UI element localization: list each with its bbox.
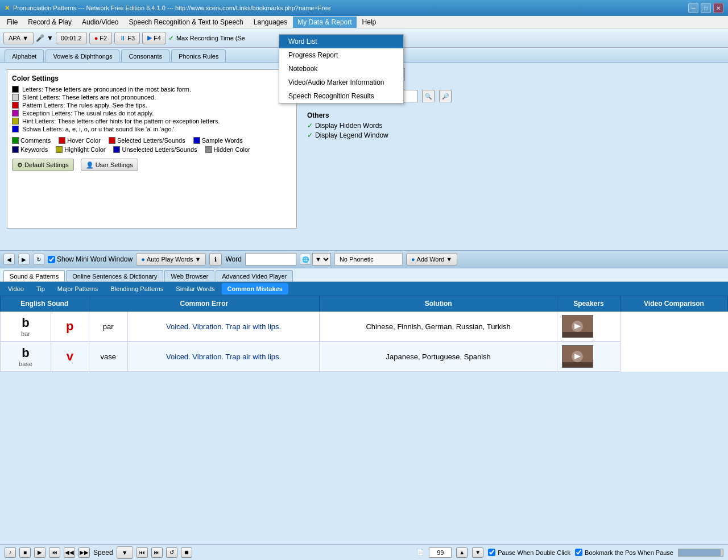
sound2-search-btn[interactable]: 🔍 [422,90,435,102]
tab-vowels[interactable]: Vowels & Diphthongs [46,49,119,62]
subtab-similar-words[interactable]: Similar Words [170,283,220,294]
empty-content-area [0,372,728,559]
nav-refresh-button[interactable]: ↻ [33,254,44,265]
row1-solution: Voiced. Vibration. Trap air with lips. [127,312,319,342]
add-word-dropdown-icon[interactable]: ▼ [446,256,452,263]
row2-video[interactable] [557,342,621,372]
volume-value: 99 [437,549,444,556]
speed-dropdown[interactable]: ▼ [117,546,133,559]
nav-forward-button[interactable]: ▶ [18,254,30,265]
user-settings-button[interactable]: 👤 User Settings [81,159,138,171]
schwa-color-box [12,126,19,132]
status-stop-btn[interactable]: ■ [19,547,31,558]
exception-text: Exception Letters: The usual rules do no… [22,110,154,117]
maximize-button[interactable]: □ [701,3,711,13]
tab-phonics-rules[interactable]: Phonics Rules [171,49,226,62]
auto-play-dropdown-icon[interactable]: ▼ [195,256,201,263]
word-label: Word [225,255,241,263]
menu-my-data-report[interactable]: My Data & Report [293,16,356,28]
legend-selected: Selected Letters/Sounds [117,137,185,144]
subtab-major-patterns[interactable]: Major Patterns [52,283,104,294]
auto-play-button[interactable]: ● Auto Play Words ▼ [136,253,206,266]
title-text: Pronunciation Patterns --- Network Free … [13,5,330,11]
volume-up-btn[interactable]: ▲ [456,547,468,558]
next-track-btn[interactable]: ⏭ [151,547,163,558]
dropdown-word-list[interactable]: Word List [279,35,403,48]
schwa-text: Schwa Letters: a, e, i, o, or u that sou… [22,126,175,132]
tab-online-sentences[interactable]: Online Sentences & Dictionary [66,270,163,281]
menu-help[interactable]: Help [358,16,381,28]
menu-speech-recognition[interactable]: Speech Recognition & Text to Speech [125,16,248,28]
dropdown-video-audio-marker[interactable]: Video/Audio Marker Information [279,76,403,89]
tab-advanced-video[interactable]: Advanced Video Player [216,270,293,281]
loop-btn[interactable]: ↺ [166,547,177,558]
apa-dropdown-icon[interactable]: ▼ [22,35,28,42]
color-settings-title: Color Settings [12,74,292,82]
legend-row: Comments Hover Color Selected Letters/So… [12,137,292,144]
row1-video[interactable] [557,312,621,342]
f3-button[interactable]: ⏸F3 [114,32,140,44]
menu-audio-video[interactable]: Audio/Video [77,16,123,28]
status-rewind-btn[interactable]: ⏮ [49,547,60,558]
row2-sound-letter: b [5,346,46,360]
volume-down-btn[interactable]: ▼ [472,547,483,558]
word-input[interactable] [245,253,296,266]
subtab-blendinng-patterns[interactable]: Blendinng Patterns [105,283,169,294]
row1-speakers: Chinese, Finnish, German, Russian, Turki… [320,312,557,342]
menu-file[interactable]: File [2,16,22,28]
status-play-btn[interactable]: ▶ [34,547,46,558]
close-button[interactable]: ✕ [713,3,723,13]
tab-sound-patterns[interactable]: Sound & Patterns [3,270,65,281]
dropdown-notebook[interactable]: Notebook [279,62,403,76]
phonetic-dropdown[interactable]: ▼ [312,253,331,266]
hint-color-box [12,118,19,125]
dropdown-progress-report[interactable]: Progress Report [279,48,403,62]
record-btn[interactable]: ⏺ [181,547,192,558]
row2-video-thumb[interactable] [562,345,593,368]
f2-button[interactable]: ●F2 [89,32,113,44]
subtab-tip[interactable]: Tip [31,283,51,294]
tab-alphabet[interactable]: Alphabet [5,49,44,62]
bookmark-pos-checkbox[interactable] [575,549,582,556]
nav-back-button[interactable]: ◀ [3,254,15,265]
default-settings-button[interactable]: ⚙ Default Settings [12,159,74,171]
dropdown-speech-recognition[interactable]: Speech Recognition Results [279,89,403,103]
prev-track-btn[interactable]: ⏮ [136,547,148,558]
subtab-common-mistakes[interactable]: Common Mistakes [222,283,288,294]
time-display: 00:01.2 [56,32,87,44]
tab-web-browser[interactable]: Web Browser [164,270,214,281]
title-bar: ✕ Pronunciation Patterns --- Network Fre… [0,0,728,16]
page-icon: 📄 [416,549,424,556]
legend-keywords: Keywords [20,146,48,153]
apa-button[interactable]: APA ▼ [3,32,34,44]
row2-error-letter: v [56,349,84,364]
add-word-button[interactable]: ● Add Word ▼ [406,253,457,266]
color-row-letters: Letters: These letters are pronounced in… [12,86,292,93]
silent-color-box [12,94,19,101]
row2-sound: b base [1,342,51,372]
bookmark-pos-row: Bookmark the Pos When Pause [575,549,673,556]
row1-error: p [51,312,89,342]
volume-slider[interactable] [678,549,723,557]
info-button[interactable]: ℹ [209,253,222,266]
time-value: 00:01.2 [61,35,82,42]
sound2-zoom-btn[interactable]: 🔎 [439,90,452,102]
mic-dropdown-icon[interactable]: ▼ [47,34,53,42]
row1-video-thumb[interactable] [562,315,593,338]
status-prev-btn[interactable]: ◀◀ [64,547,75,558]
title-bar-controls[interactable]: ─ □ ✕ [688,3,723,13]
minimize-button[interactable]: ─ [688,3,698,13]
common-mistakes-table: English Sound Common Error Solution Spea… [0,296,728,372]
tab-consonants[interactable]: Consonants [121,49,169,62]
menu-languages[interactable]: Languages [249,16,292,28]
status-next-btn[interactable]: ▶▶ [78,547,90,558]
subtab-video[interactable]: Video [2,283,30,294]
status-bar: ♪ ■ ▶ ⏮ ◀◀ ▶▶ Speed ▼ ⏮ ⏭ ↺ ⏺ 📄 99 ▲ ▼ P… [0,544,728,560]
f4-button[interactable]: ▶F4 [142,32,166,44]
pause-double-click-checkbox[interactable] [488,549,495,556]
dropdown-menu: Word List Progress Report Notebook Video… [279,34,404,103]
mini-word-checkbox[interactable] [48,256,55,263]
check-display-hidden: ✓ [307,122,313,130]
menu-record-play[interactable]: Record & Play [23,16,76,28]
legend-highlight: Highlight Color [64,146,105,153]
